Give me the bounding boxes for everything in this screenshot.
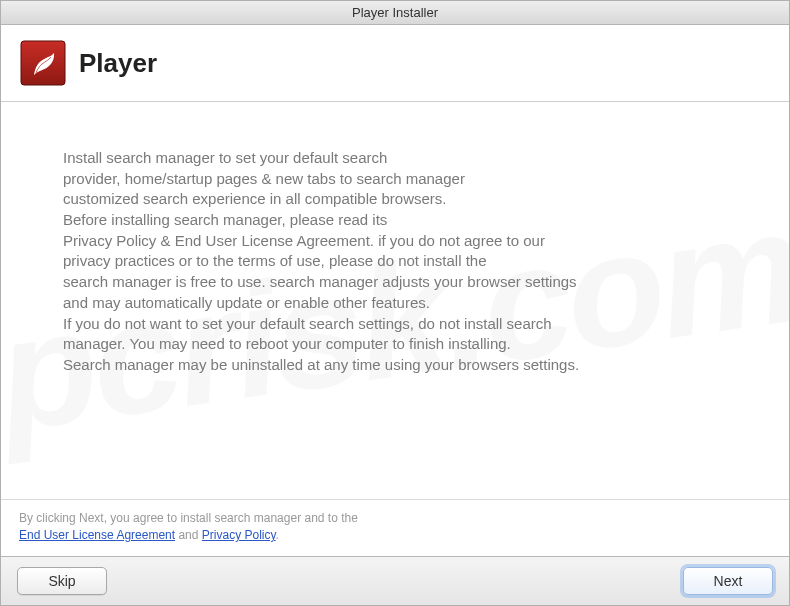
eula-link[interactable]: End User License Agreement	[19, 528, 175, 542]
body-line: Search manager may be uninstalled at any…	[63, 355, 733, 376]
body-line: Install search manager to set your defau…	[63, 148, 733, 169]
footer-note: By clicking Next, you agree to install s…	[1, 499, 789, 556]
body-line: customized search experience in all comp…	[63, 189, 733, 210]
body-line: and may automatically update or enable o…	[63, 293, 733, 314]
skip-button[interactable]: Skip	[17, 567, 107, 595]
flash-player-icon	[19, 39, 67, 87]
header: Player	[1, 25, 789, 102]
body-line: If you do not want to set your default s…	[63, 314, 733, 335]
body-section: pcrisk.com Install search manager to set…	[1, 102, 789, 499]
body-line: search manager is free to use. search ma…	[63, 272, 733, 293]
body-content: Install search manager to set your defau…	[63, 148, 733, 376]
button-bar: Skip Next	[1, 556, 789, 605]
body-line: Before installing search manager, please…	[63, 210, 733, 231]
installer-window: Player Installer Player pcrisk.com	[0, 0, 790, 606]
body-line: manager. You may need to reboot your com…	[63, 334, 733, 355]
body-line: Privacy Policy & End User License Agreem…	[63, 231, 733, 252]
next-button[interactable]: Next	[683, 567, 773, 595]
window-title: Player Installer	[352, 5, 438, 20]
footer-text: By clicking Next, you agree to install s…	[19, 511, 358, 525]
body-line: provider, home/startup pages & new tabs …	[63, 169, 733, 190]
footer-period: .	[276, 528, 279, 542]
body-line: privacy practices or to the terms of use…	[63, 251, 733, 272]
window-titlebar: Player Installer	[1, 1, 789, 25]
footer-and: and	[175, 528, 202, 542]
body-text: Install search manager to set your defau…	[63, 148, 733, 376]
app-name: Player	[79, 48, 157, 79]
privacy-link[interactable]: Privacy Policy	[202, 528, 276, 542]
